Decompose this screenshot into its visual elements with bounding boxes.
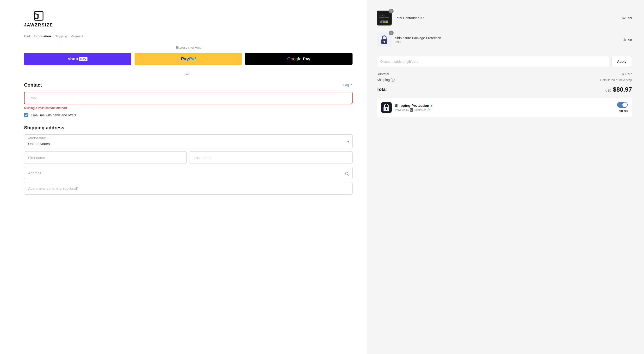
contact-title: Contact Log in: [24, 82, 352, 88]
apartment-input[interactable]: [24, 182, 352, 195]
grand-total-price-wrap: USD $80.97: [605, 86, 632, 93]
svg-text:FITNESS: FITNESS: [379, 15, 386, 16]
svg-line-4: [348, 175, 349, 176]
item-2-price: $0.98: [624, 38, 632, 42]
item-badge-2: 1: [389, 31, 394, 35]
cart-item: 1 ShipInsure Package Protection 0.98 $0.…: [377, 29, 632, 51]
email-input[interactable]: [24, 92, 352, 104]
country-select-wrap: Country/Region United States Canada Unit…: [24, 134, 352, 148]
svg-point-3: [345, 172, 348, 175]
grand-total-label: Total: [377, 87, 387, 92]
item-img-wrap: FITNESS CONTOURING YOUR FACE 1: [377, 11, 392, 26]
grand-total-row: Total USD $80.97: [377, 84, 632, 93]
shipping-label-wrap: Shipping i: [377, 78, 395, 82]
toggle-knob: [622, 103, 627, 107]
email-optin-checkbox[interactable]: [24, 113, 28, 117]
email-error: Missing a valid contact method.: [24, 106, 352, 110]
sp-powered: Powered by SI ShipInsure ⓘ: [395, 108, 614, 112]
email-input-wrap: [24, 92, 352, 104]
svg-text:YOUR FACE: YOUR FACE: [380, 20, 388, 21]
subtotal-row: Subtotal $80.97: [377, 72, 632, 76]
shipping-label: Shipping: [377, 78, 390, 82]
log-in-link[interactable]: Log in: [343, 83, 352, 87]
discount-input[interactable]: [377, 56, 610, 67]
email-optin-row: Email me with news and offers: [24, 113, 352, 117]
brand-name: JAWZRSIZE: [24, 23, 53, 28]
breadcrumb-sep-1: ›: [32, 35, 32, 38]
item-1-name: Total Contouring Kit: [395, 16, 618, 20]
breadcrumb-sep-2: ›: [52, 35, 53, 38]
email-optin-label[interactable]: Email me with news and offers: [31, 113, 76, 117]
gpay-button[interactable]: Google Pay: [245, 53, 352, 65]
grand-total-price: $80.97: [613, 86, 632, 93]
last-name-input[interactable]: [190, 151, 352, 164]
breadcrumb-shipping: Shipping: [55, 34, 67, 38]
shipping-protection: Shipping Protection ● Powered by SI Ship…: [377, 98, 632, 117]
name-row: [24, 151, 352, 167]
shipping-section: Shipping address Country/Region United S…: [24, 125, 352, 197]
shipping-calc: Calculated at next step: [600, 78, 632, 82]
logo-area: J ✳ JAWZRSIZE: [24, 10, 352, 28]
shoppay-pay-box: Pay: [79, 57, 88, 61]
shipping-protection-toggle[interactable]: [617, 102, 628, 108]
lock-icon-wrap: [381, 102, 392, 113]
breadcrumb-information: Information: [34, 34, 51, 38]
apply-button[interactable]: Apply: [612, 56, 632, 67]
svg-rect-9: [380, 22, 382, 23]
left-panel: J ✳ JAWZRSIZE Cart › Information › Shipp…: [0, 0, 367, 354]
svg-text:SI: SI: [410, 109, 412, 111]
item-img-wrap-2: 1: [377, 33, 392, 47]
paypal-button[interactable]: PayPal: [134, 53, 242, 65]
svg-rect-14: [384, 42, 384, 43]
item-2-sub: 0.98: [395, 40, 620, 44]
contact-section: Contact Log in Missing a valid contact m…: [24, 82, 352, 117]
paypal-label: PayPal: [181, 56, 196, 62]
lock-icon: [383, 104, 390, 112]
or-divider: OR: [24, 72, 352, 76]
breadcrumb-sep-3: ›: [68, 35, 70, 38]
sp-info: Shipping Protection ● Powered by SI Ship…: [395, 103, 614, 112]
shipping-row: Shipping i Calculated at next step: [377, 78, 632, 82]
sp-right: $0.98: [617, 102, 628, 113]
address-search-icon[interactable]: [345, 172, 349, 177]
sp-green-dot: ●: [430, 104, 432, 108]
svg-rect-10: [382, 22, 385, 23]
shoppay-label: shop Pay: [68, 57, 87, 61]
breadcrumb-payment: Payment: [71, 34, 83, 38]
address-input[interactable]: [24, 167, 352, 179]
item-1-info: Total Contouring Kit: [395, 16, 618, 20]
express-checkout-label: Express checkout: [24, 46, 352, 49]
breadcrumb-cart[interactable]: Cart: [24, 34, 30, 38]
shipinsure-icon: SI: [410, 108, 413, 112]
item-badge-1: 1: [389, 9, 394, 14]
shipping-info-icon[interactable]: i: [391, 78, 394, 82]
right-panel: FITNESS CONTOURING YOUR FACE 1 Total Con…: [367, 0, 644, 354]
cart-item: FITNESS CONTOURING YOUR FACE 1 Total Con…: [377, 7, 632, 29]
gpay-label: Google Pay: [287, 57, 310, 62]
cart-items: FITNESS CONTOURING YOUR FACE 1 Total Con…: [377, 7, 632, 51]
shoppay-button[interactable]: shop Pay: [24, 53, 131, 65]
breadcrumb: Cart › Information › Shipping › Payment: [24, 34, 352, 38]
subtotal-value: $80.97: [622, 72, 632, 76]
shipping-title: Shipping address: [24, 125, 352, 131]
currency-label: USD: [605, 89, 611, 92]
payment-buttons: shop Pay PayPal Google Pay: [24, 53, 352, 65]
address-wrap: [24, 167, 352, 182]
discount-row: Apply: [377, 56, 632, 67]
brand-logo-icon: J ✳: [32, 10, 45, 22]
totals: Subtotal $80.97 Shipping i Calculated at…: [377, 72, 632, 93]
svg-rect-17: [386, 109, 387, 110]
item-1-price: $79.99: [622, 16, 632, 20]
sp-title: Shipping Protection ●: [395, 103, 614, 108]
item-2-name: ShipInsure Package Protection: [395, 36, 620, 40]
first-name-input[interactable]: [24, 151, 187, 164]
country-select[interactable]: United States Canada United Kingdom: [24, 134, 352, 148]
svg-text:CONTOURING: CONTOURING: [379, 17, 389, 19]
logo-box: J ✳ JAWZRSIZE: [24, 10, 53, 28]
sp-price: $0.98: [619, 109, 628, 113]
item-2-info: ShipInsure Package Protection 0.98: [395, 36, 620, 44]
country-label: Country/Region: [28, 136, 46, 139]
svg-rect-11: [386, 22, 388, 23]
subtotal-label: Subtotal: [377, 72, 389, 76]
svg-text:✳: ✳: [34, 12, 37, 16]
